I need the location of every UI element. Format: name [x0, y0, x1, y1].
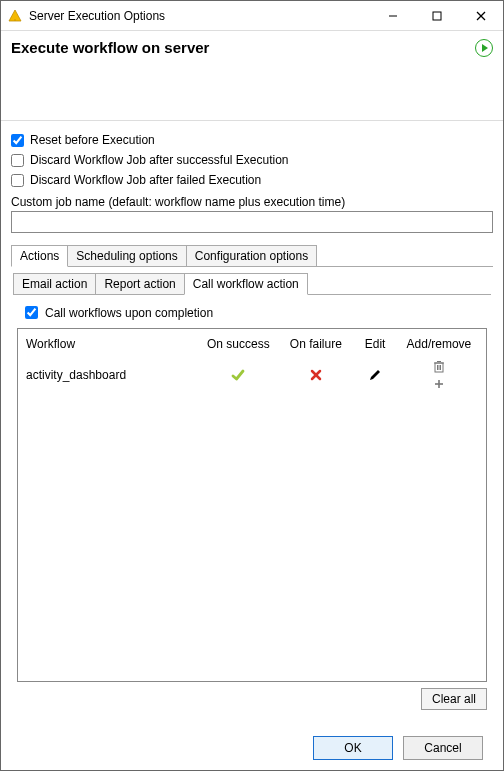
tab-report-action[interactable]: Report action [95, 273, 184, 294]
reset-label: Reset before Execution [30, 133, 155, 147]
col-on-success: On success [197, 333, 279, 355]
tab-call-workflow-action[interactable]: Call workflow action [184, 273, 308, 295]
remove-row-button[interactable] [400, 359, 478, 373]
reset-checkbox[interactable] [11, 134, 24, 147]
discard-failed-row[interactable]: Discard Workflow Job after failed Execut… [11, 171, 493, 189]
custom-job-label: Custom job name (default: workflow name … [11, 195, 493, 209]
col-add-remove: Add/remove [398, 333, 480, 355]
workflows-table: Workflow On success On failure Edit Add/… [24, 333, 480, 394]
app-icon [7, 8, 23, 24]
discard-failed-label: Discard Workflow Job after failed Execut… [30, 173, 261, 187]
cancel-button[interactable]: Cancel [403, 736, 483, 760]
call-workflows-row[interactable]: Call workflows upon completion [21, 303, 487, 322]
actions-panel: Email action Report action Call workflow… [11, 267, 493, 710]
col-on-failure: On failure [279, 333, 352, 355]
add-row-button[interactable] [400, 377, 478, 390]
tab-actions[interactable]: Actions [11, 245, 68, 267]
window-title: Server Execution Options [29, 9, 371, 23]
custom-job-input[interactable] [11, 211, 493, 233]
clear-all-row: Clear all [17, 688, 487, 710]
workflows-table-box: Workflow On success On failure Edit Add/… [17, 328, 487, 682]
maximize-button[interactable] [415, 1, 459, 31]
col-workflow: Workflow [24, 333, 197, 355]
cell-on-success[interactable] [197, 355, 279, 394]
table-row: activity_dashboard [24, 355, 480, 394]
call-workflows-checkbox[interactable] [25, 306, 38, 319]
call-workflows-label: Call workflows upon completion [45, 306, 213, 320]
ok-button[interactable]: OK [313, 736, 393, 760]
discard-success-label: Discard Workflow Job after successful Ex… [30, 153, 289, 167]
clear-all-button[interactable]: Clear all [421, 688, 487, 710]
tab-scheduling[interactable]: Scheduling options [67, 245, 186, 266]
trash-icon [433, 360, 445, 373]
run-button[interactable] [475, 39, 493, 57]
cell-add-remove [398, 355, 480, 394]
dialog-title: Execute workflow on server [11, 39, 209, 56]
cell-on-failure[interactable] [279, 355, 352, 394]
discard-success-checkbox[interactable] [11, 154, 24, 167]
tab-email-action[interactable]: Email action [13, 273, 96, 294]
dialog-header: Execute workflow on server [1, 31, 503, 121]
col-edit: Edit [352, 333, 398, 355]
top-tabs: Actions Scheduling options Configuration… [11, 245, 493, 267]
discard-success-row[interactable]: Discard Workflow Job after successful Ex… [11, 151, 493, 169]
svg-rect-1 [433, 12, 441, 20]
dialog-body: Reset before Execution Discard Workflow … [1, 121, 503, 770]
cell-workflow: activity_dashboard [24, 355, 197, 394]
call-workflow-panel: Call workflows upon completion Workflow … [13, 295, 491, 710]
table-header-row: Workflow On success On failure Edit Add/… [24, 333, 480, 355]
cell-edit[interactable] [352, 355, 398, 394]
dialog-footer: OK Cancel [11, 726, 493, 770]
close-button[interactable] [459, 1, 503, 31]
reset-checkbox-row[interactable]: Reset before Execution [11, 131, 493, 149]
plus-icon [433, 378, 445, 390]
tab-config[interactable]: Configuration options [186, 245, 317, 266]
pencil-icon [368, 368, 382, 382]
cross-icon [309, 368, 323, 382]
sub-tabs: Email action Report action Call workflow… [13, 273, 491, 295]
titlebar: Server Execution Options [1, 1, 503, 31]
check-icon [230, 367, 246, 383]
minimize-button[interactable] [371, 1, 415, 31]
discard-failed-checkbox[interactable] [11, 174, 24, 187]
